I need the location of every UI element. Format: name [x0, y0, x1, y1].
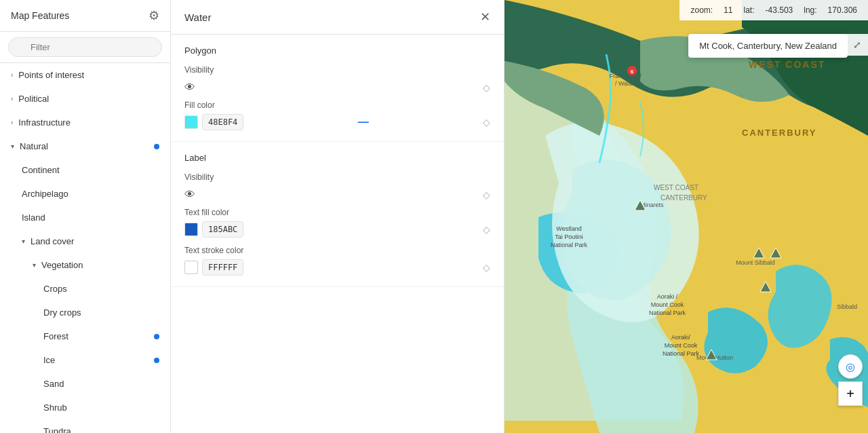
modified-dot: [154, 358, 159, 363]
fullscreen-button[interactable]: ⤢: [846, 34, 868, 56]
diamond-icon-fill[interactable]: ◇: [483, 117, 490, 128]
sidebar-item-ice[interactable]: Ice: [0, 348, 170, 372]
text-stroke-color-swatch[interactable]: [184, 261, 198, 274]
nav-item-label: Natural: [20, 141, 48, 151]
nav-item-label: Continent: [22, 165, 60, 175]
polygon-section: Polygon Visibility 👁 ◇ Fill color 48E8F4…: [171, 35, 504, 142]
sidebar-item-infrastructure[interactable]: ›Infrastructure: [0, 111, 170, 134]
modified-dot: [154, 334, 159, 339]
feature-panel: Water ✕ Polygon Visibility 👁 ◇ Fill colo…: [171, 0, 505, 433]
map-info-text: Mt Cook, Canterbury, New Zealand: [699, 41, 837, 51]
zoom-label: zoom:: [690, 5, 713, 15]
text-stroke-color-value[interactable]: FFFFFF: [202, 259, 243, 276]
chevron-icon: ▾: [11, 143, 14, 150]
fill-color-row: 48E8F4 — ◇: [184, 114, 490, 130]
panel-title: Water: [184, 12, 211, 23]
nav-item-label: Tundra: [43, 426, 71, 433]
text-stroke-color-row: FFFFFF ◇: [184, 259, 490, 276]
diamond-icon-label[interactable]: ◇: [483, 189, 490, 200]
eye-icon-label[interactable]: 👁: [184, 189, 195, 201]
close-icon[interactable]: ✕: [480, 10, 490, 24]
sidebar-item-dry-crops[interactable]: Dry crops: [0, 301, 170, 324]
text-fill-color-label: Text fill color: [184, 208, 490, 217]
visibility-row-polygon: 👁 ◇: [184, 81, 490, 94]
location-button[interactable]: ◎: [838, 354, 863, 379]
text-fill-color-row: 185ABC ◇: [184, 221, 490, 238]
sidebar-item-shrub[interactable]: Shrub: [0, 396, 170, 419]
nav-item-label: Forest: [43, 331, 68, 341]
sidebar-item-archipelago[interactable]: Archipelago: [0, 182, 170, 206]
sidebar-item-crops[interactable]: Crops: [0, 277, 170, 301]
svg-text:Mount Cook: Mount Cook: [651, 301, 684, 308]
diamond-icon-polygon[interactable]: ◇: [483, 82, 490, 93]
svg-text:Aoraki/: Aoraki/: [671, 334, 691, 341]
zoom-in-button[interactable]: +: [838, 381, 863, 406]
nav-item-label: Sand: [43, 379, 64, 389]
sidebar-item-forest[interactable]: Forest: [0, 324, 170, 348]
sidebar-item-points-of-interest[interactable]: ›Points of interest: [0, 63, 170, 87]
nav-item-label: Land cover: [31, 236, 74, 246]
svg-text:6: 6: [631, 69, 634, 75]
svg-text:National Park: National Park: [663, 350, 700, 357]
visibility-row-label: 👁 ◇: [184, 189, 490, 201]
svg-text:Mount Cook: Mount Cook: [665, 342, 698, 349]
fill-color-value[interactable]: 48E8F4: [202, 114, 243, 130]
sidebar-item-island[interactable]: Island: [0, 206, 170, 229]
eye-icon-polygon[interactable]: 👁: [184, 81, 195, 94]
svg-text:National Park: National Park: [649, 309, 686, 316]
diamond-icon-text-fill[interactable]: ◇: [483, 224, 490, 235]
nav-tree: ›Points of interest›Political›Infrastruc…: [0, 63, 170, 433]
svg-text:CANTERBURY: CANTERBURY: [660, 194, 707, 202]
nav-item-label: Dry crops: [43, 307, 81, 318]
label-section: Label Visibility 👁 ◇ Text fill color 185…: [171, 142, 504, 287]
fill-color-swatch[interactable]: [184, 115, 198, 129]
panel-header: Water ✕: [171, 0, 504, 35]
svg-text:Sibbald: Sibbald: [837, 303, 857, 310]
sidebar-item-continent[interactable]: Continent: [0, 158, 170, 182]
lat-label: lat:: [744, 5, 755, 15]
sidebar-header: Map Features ⚙: [0, 0, 170, 32]
lng-label: lng:: [804, 5, 816, 15]
lng-value: 170.306: [828, 5, 857, 15]
chevron-icon: ›: [11, 119, 13, 126]
sidebar-item-political[interactable]: ›Political: [0, 87, 170, 111]
visibility-label-label: Visibility: [184, 172, 490, 182]
nav-item-label: Infrastructure: [18, 117, 71, 128]
nav-item-label: Shrub: [43, 402, 67, 413]
map-background: WEST COAST CANTERBURY WEST COAST CANTERB…: [505, 0, 868, 433]
search-input[interactable]: [8, 37, 162, 57]
modified-dot: [154, 144, 159, 149]
text-fill-color-value[interactable]: 185ABC: [202, 221, 243, 238]
map-info-box: Mt Cook, Canterbury, New Zealand: [688, 34, 848, 58]
svg-text:Tai Poutini: Tai Poutini: [555, 233, 583, 240]
sidebar-item-natural[interactable]: ▾Natural: [0, 134, 170, 158]
minus-icon[interactable]: —: [358, 116, 369, 128]
svg-text:Mount Sibbald: Mount Sibbald: [736, 259, 775, 266]
fill-color-group: 48E8F4: [184, 114, 243, 130]
text-fill-color-swatch[interactable]: [184, 223, 198, 236]
polygon-label: Polygon: [184, 45, 490, 56]
sidebar-item-vegetation[interactable]: ▾Vegetation: [0, 253, 170, 277]
svg-text:WEST COAST: WEST COAST: [749, 59, 825, 70]
chevron-icon: ▾: [33, 261, 36, 269]
svg-text:Aoraki /: Aoraki /: [657, 293, 678, 300]
sidebar-title: Map Features: [11, 10, 69, 21]
chevron-icon: ›: [11, 71, 13, 79]
nav-item-label: Political: [18, 94, 49, 104]
nav-item-label: Island: [22, 212, 45, 223]
diamond-icon-text-stroke[interactable]: ◇: [483, 262, 490, 273]
lat-value: -43.503: [766, 5, 793, 15]
gear-icon[interactable]: ⚙: [149, 8, 159, 23]
filter-section: ≡: [0, 32, 170, 63]
nav-item-label: Points of interest: [18, 70, 84, 80]
nav-item-label: Archipelago: [22, 189, 68, 199]
sidebar: Map Features ⚙ ≡ ›Points of interest›Pol…: [0, 0, 171, 433]
sidebar-item-sand[interactable]: Sand: [0, 372, 170, 396]
chevron-icon: ▾: [22, 238, 25, 245]
svg-text:Franz Josef: Franz Josef: [609, 73, 642, 79]
chevron-icon: ›: [11, 95, 13, 102]
text-stroke-color-group: FFFFFF: [184, 259, 243, 276]
sidebar-item-land-cover[interactable]: ▾Land cover: [0, 229, 170, 253]
text-stroke-color-label: Text stroke color: [184, 246, 490, 255]
sidebar-item-tundra[interactable]: Tundra: [0, 419, 170, 433]
